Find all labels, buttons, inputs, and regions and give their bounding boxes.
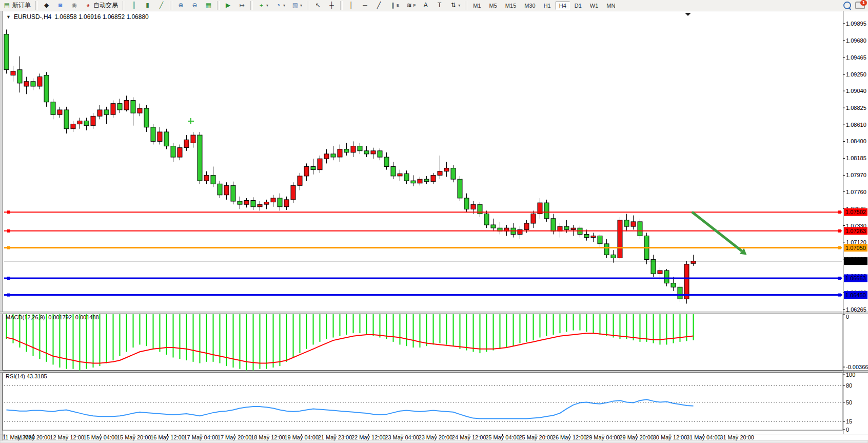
svg-text:-0.003666: -0.003666: [846, 364, 868, 370]
bottom-strip: [0, 440, 868, 443]
templates-button[interactable]: ▧▾: [289, 0, 305, 11]
text-label-button[interactable]: T: [433, 0, 446, 11]
community-button[interactable]: ◙: [54, 0, 67, 11]
horizontal-line-button[interactable]: ─: [359, 0, 371, 11]
chevron-down-icon[interactable]: ▾: [283, 3, 285, 8]
chart-ohlc-values: 1.06858 1.06916 1.06852 1.06880: [54, 13, 149, 21]
new-order-button[interactable]: ▤新订单: [1, 0, 33, 11]
search-icon[interactable]: [843, 2, 851, 9]
svg-text:1.07050: 1.07050: [845, 245, 866, 251]
crosshair-button[interactable]: ┼: [325, 0, 338, 11]
line-handle: [838, 229, 841, 233]
candle: [238, 201, 242, 204]
candle: [131, 101, 135, 113]
svg-text:1.09040: 1.09040: [846, 88, 866, 94]
pane-divider-rsi[interactable]: [0, 371, 868, 373]
candle: [117, 104, 122, 110]
svg-text:1.09895: 1.09895: [846, 21, 866, 27]
timeframe-m1[interactable]: M1: [469, 2, 484, 10]
candle: [164, 132, 169, 146]
periods-button[interactable]: ◔▾: [272, 0, 288, 11]
chevron-down-icon[interactable]: ▾: [300, 3, 302, 8]
chevron-down-icon[interactable]: ▾: [266, 3, 268, 8]
candle: [364, 151, 369, 154]
trendline-button[interactable]: ╱: [372, 0, 385, 11]
chart-shift-button[interactable]: ↦: [235, 0, 248, 11]
svg-text:1.09250: 1.09250: [846, 71, 866, 78]
chart-symbol-period: EURUSD-,H4: [14, 13, 51, 21]
candle: [124, 101, 129, 110]
timeframe-m15[interactable]: M15: [502, 2, 520, 10]
candle: [57, 110, 62, 114]
vertical-line-button[interactable]: │: [345, 0, 358, 11]
candle: [411, 181, 416, 183]
candle: [151, 127, 155, 142]
candle: [398, 174, 402, 176]
candle: [157, 132, 162, 141]
svg-text:17 May 04:00: 17 May 04:00: [184, 434, 218, 440]
candlestick-chart-button[interactable]: ▮: [141, 0, 154, 11]
svg-text:1.08400: 1.08400: [846, 138, 866, 144]
metaeditor-button[interactable]: ◆: [40, 0, 53, 11]
candle: [351, 146, 356, 152]
line-chart-button[interactable]: ╱: [155, 0, 168, 11]
timeframe-m5[interactable]: M5: [486, 2, 501, 10]
line-handle: [838, 210, 841, 214]
rsi-indicator-label: RSI(14) 43.3185: [6, 373, 47, 379]
timeframe-h1[interactable]: H1: [540, 2, 555, 10]
text-button[interactable]: A: [419, 0, 432, 11]
crosshair-icon: ┼: [328, 2, 336, 9]
autotrading-button[interactable]: ◕自动交易: [82, 0, 121, 11]
timeframe-mn[interactable]: MN: [603, 2, 619, 10]
cursor-button[interactable]: ↖: [311, 0, 324, 11]
candle: [258, 204, 262, 207]
svg-text:15: 15: [846, 418, 852, 425]
candle: [544, 203, 549, 219]
horizontal-line-icon: ─: [361, 2, 369, 9]
candle: [44, 75, 49, 102]
svg-text:29 May 20:00: 29 May 20:00: [619, 434, 654, 440]
periods-icon: ◔: [274, 2, 282, 9]
fibonacci-button[interactable]: ≋F: [403, 0, 418, 11]
line-chart-icon: ╱: [157, 2, 165, 9]
zoom-out-button[interactable]: ⊖: [188, 0, 201, 11]
toolbar-separator: [123, 1, 125, 10]
candle: [111, 104, 115, 115]
chart-canvas[interactable]: 1.098951.096801.094651.092501.090401.088…: [0, 0, 868, 443]
chevron-down-icon[interactable]: ▾: [458, 3, 460, 8]
svg-text:1.07263: 1.07263: [845, 228, 866, 234]
svg-text:23 May 20:00: 23 May 20:00: [419, 434, 453, 440]
timeframe-d1[interactable]: D1: [571, 2, 585, 10]
candle: [591, 236, 596, 238]
auto-scroll-button[interactable]: ▶: [222, 0, 234, 11]
one-click-trading-toggle[interactable]: ▼: [6, 14, 11, 20]
chart-shift-icon: ↦: [238, 2, 246, 9]
timeframe-w1[interactable]: W1: [586, 2, 602, 10]
candle: [631, 222, 636, 226]
timeframe-m30[interactable]: M30: [521, 2, 539, 10]
candle: [371, 151, 376, 154]
bar-chart-button[interactable]: ║: [127, 0, 140, 11]
tile-windows-button[interactable]: ▦: [202, 0, 215, 11]
candle: [684, 264, 689, 299]
svg-text:1.06265: 1.06265: [846, 306, 866, 313]
indicators-button[interactable]: ＋▾: [255, 0, 271, 11]
candle: [77, 121, 82, 124]
candle: [211, 175, 215, 184]
line-handle: [7, 229, 10, 233]
toolbar-separator: [217, 1, 220, 10]
arrows-tool-button[interactable]: ⇅▾: [447, 0, 463, 11]
pane-divider-macd[interactable]: [0, 312, 868, 314]
notifications-icon[interactable]: 1: [855, 2, 865, 9]
candle: [278, 198, 282, 207]
signals-button[interactable]: ◉: [68, 0, 81, 11]
equidistant-channel-button[interactable]: ∥E: [386, 0, 402, 11]
timeframe-h4[interactable]: H4: [556, 2, 570, 10]
candle: [318, 159, 322, 170]
candle: [384, 157, 389, 166]
svg-text:17 May 20:00: 17 May 20:00: [218, 434, 252, 440]
svg-text:30 May 12:00: 30 May 12:00: [653, 434, 687, 440]
svg-text:15 May 20:00: 15 May 20:00: [117, 434, 151, 440]
zoom-in-button[interactable]: ⊕: [174, 0, 187, 11]
toolbar-separator: [250, 1, 253, 10]
